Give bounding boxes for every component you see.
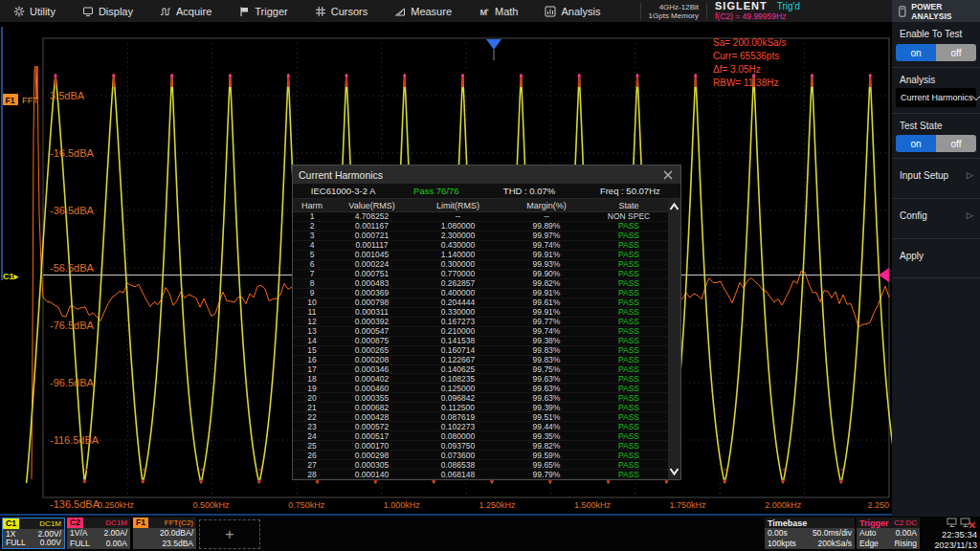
f1-marker[interactable]: F1 — [6, 96, 15, 105]
trigger-box[interactable]: Trigger C2 DC Auto0.00A EdgeRising — [857, 518, 920, 549]
panel-divider — [892, 238, 980, 239]
table-row[interactable]: 140.0008750.14153899.38%PASS — [293, 337, 668, 346]
table-row[interactable]: 220.0004280.08761999.51%PASS — [293, 412, 668, 422]
trigger-type: Edge — [859, 540, 879, 548]
menu-item-measure[interactable]: Measure — [381, 0, 465, 22]
menu-item-utility[interactable]: Utility — [0, 0, 69, 22]
test-state-off-button[interactable]: off — [936, 135, 976, 152]
table-row[interactable]: 260.0002980.07360099.59%PASS — [293, 451, 668, 460]
trigger-position-marker[interactable] — [486, 39, 501, 50]
fft-x-axis-label: 1.250kHz — [479, 500, 516, 510]
f1-source: FFT(C2) — [165, 518, 196, 527]
table-row[interactable]: 60.0002240.30000099.93%PASS — [293, 260, 668, 270]
channel-c2-box[interactable]: C2 DC1M 1V/A2.00A/ FULL0.00A — [67, 518, 130, 549]
gear-icon — [13, 6, 25, 17]
fft-x-axis-label: 0.500kHz — [193, 500, 231, 510]
table-row[interactable]: 40.0011170.43000099.74%PASS — [293, 241, 668, 251]
fft-info-readout: Sa= 200.00kSa/s — [713, 37, 786, 48]
table-row[interactable]: 180.0004020.10823599.63%PASS — [293, 374, 668, 384]
table-row[interactable]: 160.0002080.12266799.83%PASS — [293, 356, 668, 365]
panel-divider — [892, 198, 980, 199]
c1-scale: 2.00V/ — [37, 530, 61, 539]
c2-offset: 0.00A — [106, 540, 127, 548]
fft-x-axis-label: 2.000kHz — [765, 500, 802, 510]
scroll-down-icon[interactable] — [668, 466, 680, 477]
table-row[interactable]: 200.0003550.09684299.63%PASS — [293, 393, 668, 403]
table-row[interactable]: 30.0007212.30000099.97%PASS — [293, 231, 668, 241]
enable-on-button[interactable]: on — [896, 44, 936, 61]
timebase-box[interactable]: Timebase 0.00s50.0ms/div 100kpts200kSa/s — [765, 518, 855, 549]
fft-y-axis-label: -136.5dBA — [50, 498, 100, 510]
menu-item-trigger[interactable]: Trigger — [225, 0, 301, 22]
trigger-title: Trigger — [857, 518, 889, 528]
trigger-status-badge: Trig'd — [777, 2, 800, 11]
table-row[interactable]: 100.0007980.20444499.61%PASS — [293, 298, 668, 308]
enable-toggle: on off — [896, 44, 976, 61]
table-row[interactable]: 230.0005720.10227399.44%PASS — [293, 422, 668, 431]
test-state-on-button[interactable]: on — [896, 135, 936, 152]
table-row[interactable]: 190.0004600.12500099.63%PASS — [293, 384, 668, 393]
table-row[interactable]: 50.0010451.14000099.91%PASS — [293, 251, 668, 260]
math-f1-box[interactable]: F1 FFT(C2) 20.0dBA/ 23.5dBA — [133, 518, 196, 549]
table-row[interactable]: 90.0003690.40000099.91%PASS — [293, 289, 668, 298]
channel-c1-box[interactable]: C1 DC1M 1X2.00V/ FULL0.00V — [2, 518, 65, 549]
dialog-title-bar[interactable]: Current Harmonics — [293, 165, 680, 184]
scroll-up-icon[interactable] — [668, 201, 680, 212]
add-channel-button[interactable]: + — [199, 519, 260, 549]
fft-x-axis-label: 1.750kHz — [670, 500, 707, 510]
analysis-dropdown[interactable]: Current Harmonics — [896, 88, 976, 107]
table-row[interactable]: 110.0003110.33000099.91%PASS — [293, 308, 668, 318]
display-icon — [82, 6, 94, 17]
analysis-dropdown-value: Current Harmonics — [901, 93, 973, 102]
table-row[interactable]: 250.0001700.09375099.82%PASS — [293, 441, 668, 451]
flag-icon — [238, 6, 250, 17]
fft-y-axis-label: -76.5dBA — [50, 320, 95, 331]
fft-y-axis-label: -36.5dBA — [50, 205, 95, 216]
memory-label: 1Gpts Memory — [649, 11, 699, 20]
table-row[interactable]: 270.0003050.08653899.65%PASS — [293, 460, 668, 470]
menu-item-cursors[interactable]: Cursors — [301, 0, 382, 22]
close-icon[interactable] — [661, 169, 675, 181]
menu-item-math[interactable]: MxMath — [465, 0, 531, 22]
table-body: 14.708252----NON SPEC20.0011671.08000099… — [293, 212, 668, 479]
timebase-scale: 50.0ms/div — [813, 529, 852, 538]
enable-off-button[interactable]: off — [936, 44, 976, 61]
c1-offset-marker[interactable]: C1▸ — [3, 272, 19, 281]
trigger-level: 0.00A — [896, 529, 917, 538]
table-row[interactable]: 150.0002650.16071499.83%PASS — [293, 346, 668, 356]
table-row[interactable]: 170.0003460.14062599.75%PASS — [293, 365, 668, 375]
state-cell: PASS — [590, 423, 668, 430]
table-row[interactable]: 20.0011671.08000099.89%PASS — [293, 222, 668, 231]
power-analysis-icon — [897, 5, 907, 18]
config-item[interactable]: Config — [900, 210, 927, 221]
timebase-title: Timebase — [765, 518, 807, 528]
panel-divider — [892, 158, 980, 159]
c1-badge: C1 — [3, 518, 19, 529]
pass-summary: Pass 76/76 — [393, 186, 479, 196]
fft-y-axis-label: -116.5dBA — [50, 434, 100, 446]
table-row[interactable]: 240.0005170.08000099.35%PASS — [293, 431, 668, 441]
menu-item-display[interactable]: Display — [69, 0, 146, 22]
table-row[interactable]: 120.0003920.16727399.77%PASS — [293, 318, 668, 327]
apply-button[interactable]: Apply — [900, 251, 924, 261]
table-row[interactable]: 210.0006820.11250099.39%PASS — [293, 403, 668, 412]
clock-box[interactable]: 22:35:34 2023/11/13 — [922, 518, 979, 550]
table-row[interactable]: 14.708252----NON SPEC — [293, 212, 668, 222]
menu-item-acquire[interactable]: Acquire — [146, 0, 225, 22]
table-row[interactable]: 70.0007510.77000099.90%PASS — [293, 270, 668, 279]
input-setup-item[interactable]: Input Setup — [900, 170, 948, 181]
panel-divider — [892, 113, 980, 114]
timebase-points: 100kpts — [768, 540, 796, 548]
c2-badge: C2 — [67, 518, 83, 528]
f1-scale: 20.0dBA/ — [160, 529, 193, 538]
table-row[interactable]: 80.0004830.26285799.82%PASS — [293, 279, 668, 289]
oscilloscope-screen: UtilityDisplayAcquireTriggerCursorsMeasu… — [0, 0, 980, 551]
table-row[interactable]: 280.0001400.06814899.79%PASS — [293, 470, 668, 479]
scrollbar[interactable] — [668, 199, 680, 479]
menu-item-analysis[interactable]: Analysis — [531, 0, 613, 22]
enable-to-test-label: Enable To Test — [900, 29, 962, 39]
state-cell: PASS — [590, 375, 668, 383]
c1-coupling: DC1M — [39, 519, 64, 528]
table-row[interactable]: 130.0005470.21000099.74%PASS — [293, 327, 668, 337]
c1-offset: 0.00V — [40, 539, 61, 547]
